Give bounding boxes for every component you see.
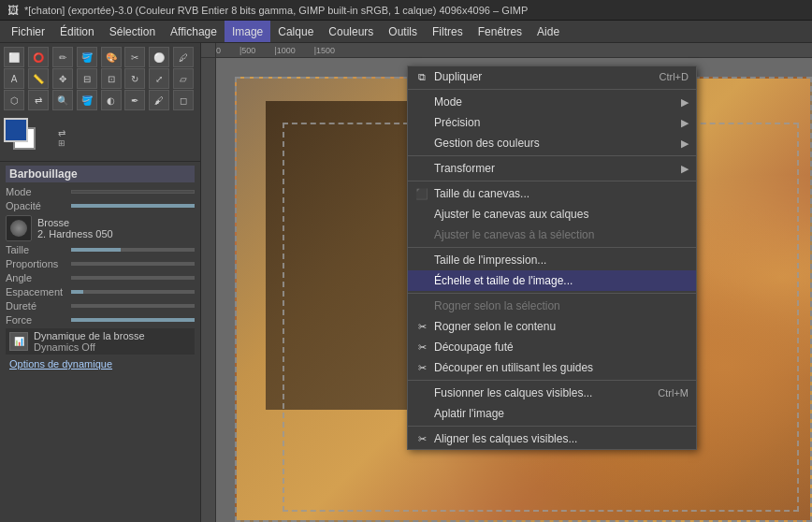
ruler-horizontal: 0 |500 |1000 |1500 bbox=[201, 43, 812, 58]
tool-pencil[interactable]: ✒ bbox=[124, 90, 145, 110]
opacity-slider[interactable] bbox=[71, 204, 195, 208]
menu-bar: Fichier Édition Sélection Affichage Imag… bbox=[0, 21, 812, 43]
size-slider[interactable] bbox=[71, 248, 195, 252]
tool-paths[interactable]: 🖊 bbox=[173, 47, 194, 67]
ruler-tick-500: |500 bbox=[239, 46, 274, 55]
menu-item-mode[interactable]: Mode ▶ bbox=[408, 92, 696, 112]
aligner-calques-label: Aligner les calques visibles... bbox=[434, 432, 689, 445]
fg-color-swatch[interactable] bbox=[4, 118, 28, 142]
tool-measure[interactable]: 📏 bbox=[28, 68, 49, 89]
tool-text[interactable]: A bbox=[4, 68, 24, 89]
decoupage-fute-icon: ✂ bbox=[413, 339, 430, 355]
menu-item-rogner-contenu[interactable]: ✂ Rogner selon le contenu bbox=[408, 316, 696, 337]
tool-ellipse-select[interactable]: ⭕ bbox=[28, 47, 49, 67]
taille-impression-label: Taille de l'impression... bbox=[434, 254, 689, 267]
menu-item-decouper-guides[interactable]: ✂ Découper en utilisant les guides bbox=[408, 357, 696, 378]
sep3 bbox=[408, 181, 696, 181]
dynamics-row: 📊 Dynamique de la brosse Dynamics Off bbox=[6, 328, 195, 355]
menu-fenetres[interactable]: Fenêtres bbox=[471, 21, 529, 42]
menu-item-aplatir[interactable]: Aplatir l'image bbox=[408, 403, 696, 424]
force-label: Force bbox=[6, 314, 71, 326]
tool-blend[interactable]: ◐ bbox=[101, 90, 122, 110]
fusionner-label: Fusionner les calques visibles... bbox=[434, 386, 639, 399]
menu-edition[interactable]: Édition bbox=[52, 21, 102, 42]
brush-preview[interactable] bbox=[6, 215, 32, 241]
aplatir-label: Aplatir l'image bbox=[434, 407, 689, 420]
menu-affichage[interactable]: Affichage bbox=[163, 21, 225, 42]
menu-item-aligner-calques[interactable]: ✂ Aligner les calques visibles... bbox=[408, 428, 696, 449]
menu-item-taille-canevas[interactable]: ⬛ Taille du canevas... bbox=[408, 183, 696, 204]
transformer-label: Transformer bbox=[434, 162, 681, 175]
title-bar: 🖼 *[chaton] (exportée)-3.0 (Couleur RVB … bbox=[0, 0, 812, 21]
menu-item-dupliquer[interactable]: ⧉ Dupliquer Ctrl+D bbox=[408, 66, 696, 87]
reset-colors-icon[interactable]: ⊞ bbox=[58, 138, 65, 148]
tool-foreground-select[interactable]: ⚪ bbox=[149, 47, 169, 67]
espacement-label: Espacement bbox=[6, 286, 71, 297]
angle-slider[interactable] bbox=[71, 276, 195, 280]
rogner-contenu-icon: ✂ bbox=[413, 318, 430, 335]
menu-item-ajuster-calques[interactable]: Ajuster le canevas aux calques bbox=[408, 204, 696, 225]
echelle-taille-label: Échelle et taille de l'image... bbox=[434, 274, 689, 287]
taille-canevas-icon: ⬛ bbox=[413, 185, 430, 202]
menu-item-taille-impression[interactable]: Taille de l'impression... bbox=[408, 250, 696, 270]
tool-free-select[interactable]: ✏ bbox=[52, 47, 73, 67]
opacity-label: Opacité bbox=[6, 200, 71, 211]
sep1 bbox=[408, 89, 696, 90]
ajuster-calques-label: Ajuster le canevas aux calques bbox=[434, 208, 689, 221]
menu-item-echelle-taille[interactable]: Échelle et taille de l'image... bbox=[408, 270, 696, 291]
force-slider[interactable] bbox=[71, 318, 195, 322]
dynamics-icon: 📊 bbox=[9, 332, 28, 351]
tool-crop[interactable]: ⊡ bbox=[101, 68, 122, 89]
menu-item-gestion-couleurs[interactable]: Gestion des couleurs ▶ bbox=[408, 133, 696, 153]
menu-item-transformer[interactable]: Transformer ▶ bbox=[408, 158, 696, 179]
tool-move[interactable]: ✥ bbox=[52, 68, 73, 89]
precision-label: Précision bbox=[434, 116, 681, 129]
tool-align[interactable]: ⊟ bbox=[77, 68, 97, 89]
sep2 bbox=[408, 155, 696, 156]
tool-paintbrush[interactable]: 🖌 bbox=[149, 90, 169, 110]
tool-rect-select[interactable]: ⬜ bbox=[4, 47, 24, 67]
tool-select-by-color[interactable]: 🎨 bbox=[101, 47, 122, 67]
tool-scissors[interactable]: ✂ bbox=[124, 47, 145, 67]
menu-calque[interactable]: Calque bbox=[270, 21, 321, 42]
dupliquer-icon: ⧉ bbox=[413, 68, 430, 85]
tool-perspective[interactable]: ⬡ bbox=[4, 90, 24, 110]
size-label: Taille bbox=[6, 244, 71, 255]
aligner-calques-icon: ✂ bbox=[413, 430, 430, 447]
fusionner-shortcut: Ctrl+M bbox=[658, 387, 689, 399]
tool-scale[interactable]: ⤢ bbox=[149, 68, 169, 89]
options-link[interactable]: Options de dynamique bbox=[6, 356, 195, 371]
proportions-slider[interactable] bbox=[71, 262, 195, 266]
menu-aide[interactable]: Aide bbox=[529, 21, 567, 42]
mode-dropdown[interactable] bbox=[71, 190, 195, 194]
tool-zoom[interactable]: 🔍 bbox=[52, 90, 73, 110]
menu-filtres[interactable]: Filtres bbox=[425, 21, 471, 42]
espacement-slider[interactable] bbox=[71, 290, 195, 294]
gestion-couleurs-label: Gestion des couleurs bbox=[434, 137, 681, 150]
gestion-couleurs-arrow: ▶ bbox=[681, 138, 689, 150]
durete-slider[interactable] bbox=[71, 304, 195, 308]
tool-fuzzy-select[interactable]: 🪣 bbox=[77, 47, 97, 67]
menu-item-decoupage-fute[interactable]: ✂ Découpage futé bbox=[408, 337, 696, 357]
tool-rotate[interactable]: ↻ bbox=[124, 68, 145, 89]
tool-flip[interactable]: ⇄ bbox=[28, 90, 49, 110]
menu-item-rogner-selection: Rogner selon la sélection bbox=[408, 296, 696, 316]
menu-selection[interactable]: Sélection bbox=[102, 21, 163, 42]
tool-eraser[interactable]: ◻ bbox=[173, 90, 194, 110]
tool-shear[interactable]: ▱ bbox=[173, 68, 194, 89]
swap-colors-icon[interactable]: ⇄ bbox=[58, 128, 65, 138]
window-title: *[chaton] (exportée)-3.0 (Couleur RVB En… bbox=[24, 5, 528, 16]
tool-grid: ⬜ ⭕ ✏ 🪣 🎨 ✂ ⚪ 🖊 A 📏 ✥ ⊟ ⊡ ↻ ⤢ ▱ ⬡ ⇄ 🔍 🪣 … bbox=[0, 43, 200, 114]
brush-options: Barbouillage Mode Opacité Brosse 2. Hard… bbox=[0, 161, 200, 375]
dynamics-label: Dynamique de la brosse bbox=[34, 330, 145, 341]
menu-outils[interactable]: Outils bbox=[381, 21, 425, 42]
menu-couleurs[interactable]: Couleurs bbox=[321, 21, 381, 42]
menu-item-fusionner[interactable]: Fusionner les calques visibles... Ctrl+M bbox=[408, 383, 696, 403]
menu-fichier[interactable]: Fichier bbox=[4, 21, 52, 42]
sep4 bbox=[408, 247, 696, 248]
tool-bucket[interactable]: 🪣 bbox=[77, 90, 97, 110]
menu-item-precision[interactable]: Précision ▶ bbox=[408, 112, 696, 133]
decouper-guides-label: Découper en utilisant les guides bbox=[434, 361, 689, 374]
sep6 bbox=[408, 380, 696, 381]
menu-image[interactable]: Image bbox=[225, 21, 270, 42]
